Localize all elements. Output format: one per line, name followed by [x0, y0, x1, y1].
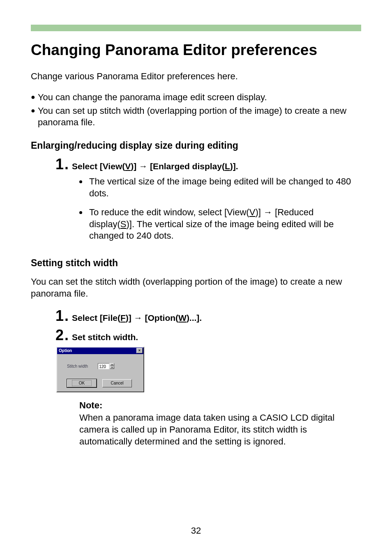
underlined-key: V	[249, 207, 256, 217]
list-item: ● You can set up stitch width (overlappi…	[31, 105, 361, 129]
step-2: 2 . Set stitch width.	[55, 328, 361, 343]
step-text: Set stitch width.	[72, 332, 138, 343]
note-body: When a panorama image data taken using a…	[79, 412, 361, 447]
accent-bar	[31, 25, 361, 31]
text-fragment: To reduce the edit window, select [View(	[89, 207, 249, 217]
text-fragment: [Enlarged display(	[148, 161, 225, 171]
ok-button-label: OK	[72, 380, 92, 386]
step-number: 2	[55, 328, 64, 343]
page-number: 32	[0, 525, 392, 536]
text-fragment: Select [View(	[72, 161, 125, 171]
step-1: 1 . Select [View(V)] → [Enlarged display…	[55, 157, 361, 172]
text-fragment: Select [File(	[72, 313, 120, 322]
dialog-button-row: OK Cancel	[67, 379, 139, 387]
cancel-button-label: Cancel	[111, 381, 123, 385]
dialog-title: Option	[59, 348, 72, 353]
spinner-buttons: ▲ ▼	[110, 363, 114, 369]
list-item: To reduce the edit window, select [View(…	[88, 207, 361, 242]
arrow-icon: →	[134, 313, 143, 322]
bullet-text: You can set up stitch width (overlapping…	[38, 105, 361, 129]
step-text: Select [View(V)] → [Enlarged display(L)]…	[72, 161, 238, 172]
intro-text: Change various Panorama Editor preferenc…	[31, 71, 361, 83]
text-fragment: )]	[126, 313, 134, 322]
stitch-width-label: Stitch width	[67, 364, 88, 368]
dialog-screenshot: Option × Stitch width 120 ▲ ▼	[56, 347, 361, 392]
sub-bullet-list: The vertical size of the image being edi…	[55, 176, 361, 242]
underlined-key: S	[120, 219, 127, 229]
close-icon[interactable]: ×	[136, 348, 143, 353]
dialog-titlebar[interactable]: Option ×	[57, 348, 143, 354]
dialog-body: Stitch width 120 ▲ ▼ OK Cancel	[57, 354, 143, 391]
section-heading-stitch: Setting stitch width	[31, 258, 361, 269]
page-title: Changing Panorama Editor preferences	[31, 41, 361, 59]
text-fragment: [Option(	[143, 313, 178, 322]
stitch-width-stepper[interactable]: 120 ▲ ▼	[98, 363, 114, 369]
cancel-button[interactable]: Cancel	[102, 379, 132, 387]
note-label: Note:	[79, 400, 361, 412]
text-fragment: )].	[230, 161, 238, 171]
stitch-width-input[interactable]: 120	[98, 363, 109, 369]
text-fragment: )...].	[187, 313, 202, 322]
step-text: Select [File(F)] → [Option(W)...].	[72, 312, 202, 323]
step-dot: .	[65, 328, 69, 343]
bullet-icon: ●	[31, 92, 35, 104]
step-block: 1 . Select [View(V)] → [Enlarged display…	[55, 157, 361, 242]
section-heading-enlarge: Enlarging/reducing display size during e…	[31, 140, 361, 151]
step-1: 1 . Select [File(F)] → [Option(W)...].	[55, 309, 361, 323]
option-dialog: Option × Stitch width 120 ▲ ▼	[56, 347, 144, 392]
arrow-icon: →	[139, 161, 148, 171]
list-item: ● You can change the panorama image edit…	[31, 92, 361, 104]
underlined-key: V	[125, 161, 131, 171]
text-fragment: )]	[131, 161, 139, 171]
underlined-key: F	[120, 313, 126, 322]
underlined-key: L	[225, 161, 230, 171]
ok-button[interactable]: OK	[67, 379, 97, 387]
step-number: 1	[55, 157, 64, 172]
bullet-icon: ●	[31, 105, 35, 129]
spin-up-button[interactable]: ▲	[110, 363, 114, 366]
step-dot: .	[65, 157, 69, 172]
arrow-icon: →	[263, 207, 272, 217]
underlined-key: W	[178, 313, 187, 322]
intro-bullet-list: ● You can change the panorama image edit…	[31, 92, 361, 129]
section-paragraph: You can set the stitch width (overlappin…	[31, 276, 361, 299]
step-dot: .	[65, 309, 69, 323]
bullet-text: You can change the panorama image edit s…	[38, 92, 361, 104]
step-block-2: 1 . Select [File(F)] → [Option(W)...]. 2…	[55, 309, 361, 343]
text-fragment: )]	[255, 207, 263, 217]
step-number: 1	[55, 309, 64, 323]
spin-down-button[interactable]: ▼	[110, 366, 114, 369]
note-block: Note: When a panorama image data taken u…	[79, 400, 361, 447]
page: Changing Panorama Editor preferences Cha…	[0, 0, 392, 555]
field-row: Stitch width 120 ▲ ▼	[67, 363, 139, 369]
list-item: The vertical size of the image being edi…	[88, 176, 361, 199]
